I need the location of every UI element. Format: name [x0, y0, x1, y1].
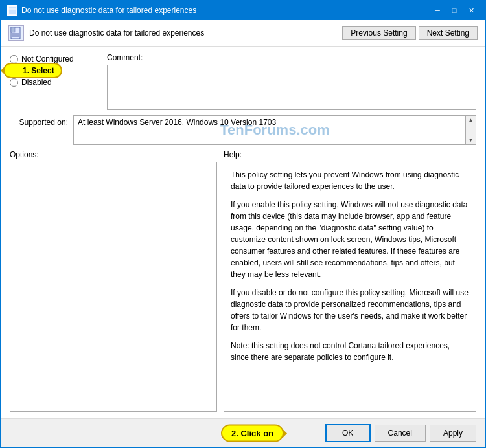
- supported-scrollbar[interactable]: ▲ ▼: [465, 116, 476, 144]
- dialog-header-left: Do not use diagnostic data for tailored …: [8, 25, 204, 41]
- comment-section: Comment:: [107, 53, 476, 110]
- title-bar-left: Do not use diagnostic data for tailored …: [7, 5, 196, 16]
- next-setting-button[interactable]: Next Setting: [419, 26, 478, 40]
- options-section-label: Options:: [10, 150, 39, 159]
- comment-textarea[interactable]: [107, 65, 476, 110]
- not-configured-radio[interactable]: [10, 55, 18, 63]
- middle-section: Options: Help:: [10, 150, 476, 159]
- enabled-option[interactable]: Enabled 1. Select: [10, 66, 100, 75]
- top-section: Not Configured Enabled 1. Select Disable…: [10, 53, 476, 110]
- radio-group: Not Configured Enabled 1. Select Disable…: [10, 54, 100, 87]
- svg-rect-0: [8, 6, 16, 14]
- nav-buttons: Previous Setting Next Setting: [342, 26, 478, 40]
- main-window: Do not use diagnostic data for tailored …: [0, 0, 486, 448]
- radio-options: Not Configured Enabled 1. Select Disable…: [10, 53, 100, 110]
- ok-button[interactable]: OK: [325, 424, 371, 442]
- disabled-option[interactable]: Disabled: [10, 78, 100, 87]
- help-section-label: Help:: [224, 150, 242, 159]
- disabled-radio[interactable]: [10, 78, 18, 87]
- enabled-radio[interactable]: [10, 67, 18, 75]
- supported-value-box: At least Windows Server 2016, Windows 10…: [73, 115, 476, 145]
- not-configured-option[interactable]: Not Configured: [10, 54, 100, 63]
- footer: 2. Click on OK Cancel Apply: [1, 418, 485, 447]
- annotation-2: 2. Click on: [221, 425, 284, 442]
- dialog-header: Do not use diagnostic data for tailored …: [1, 20, 485, 47]
- help-panel: This policy setting lets you prevent Win…: [224, 162, 476, 412]
- scroll-up-arrow[interactable]: ▲: [469, 117, 474, 123]
- svg-rect-3: [11, 27, 15, 32]
- supported-wrapper: At least Windows Server 2016, Windows 10…: [73, 115, 476, 145]
- content-area: Not Configured Enabled 1. Select Disable…: [1, 47, 485, 418]
- enabled-label: Enabled: [21, 66, 50, 75]
- options-panel: [10, 162, 217, 412]
- title-bar-controls: ─ □ ✕: [430, 5, 479, 16]
- maximize-button[interactable]: □: [446, 5, 462, 16]
- supported-label: Supported on:: [10, 115, 68, 127]
- window-icon: [7, 5, 17, 16]
- close-button[interactable]: ✕: [463, 5, 479, 16]
- window-title: Do not use diagnostic data for tailored …: [21, 6, 196, 15]
- dialog-title: Do not use diagnostic data for tailored …: [29, 28, 204, 38]
- comment-label: Comment:: [107, 53, 476, 62]
- scroll-down-arrow[interactable]: ▼: [469, 137, 474, 143]
- minimize-button[interactable]: ─: [430, 5, 445, 16]
- cancel-button[interactable]: Cancel: [375, 425, 426, 442]
- apply-button[interactable]: Apply: [430, 425, 476, 442]
- supported-value: At least Windows Server 2016, Windows 10…: [78, 118, 288, 127]
- not-configured-label: Not Configured: [21, 54, 74, 63]
- disabled-label: Disabled: [21, 78, 52, 87]
- policy-icon: [8, 25, 24, 41]
- lower-section: This policy setting lets you prevent Win…: [10, 162, 476, 412]
- supported-row: Supported on: At least Windows Server 20…: [10, 115, 476, 145]
- previous-setting-button[interactable]: Previous Setting: [342, 26, 415, 40]
- title-bar: Do not use diagnostic data for tailored …: [1, 1, 485, 20]
